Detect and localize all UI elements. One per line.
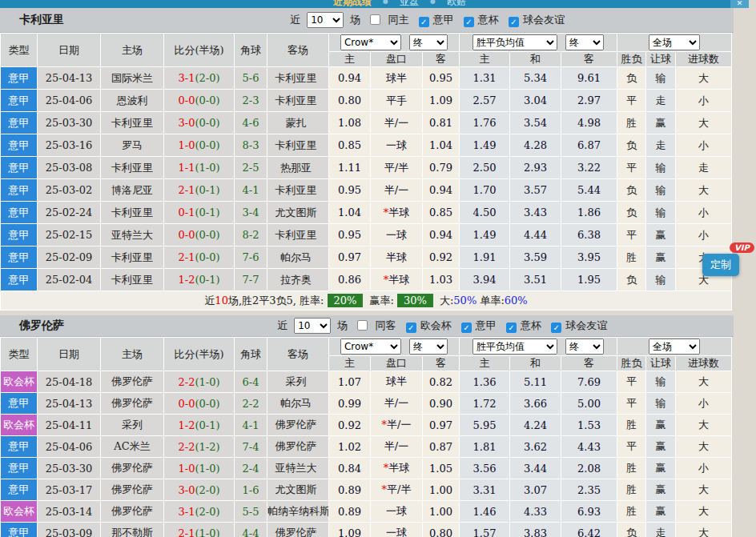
home-team[interactable]: 佛罗伦萨 bbox=[101, 371, 164, 393]
asian-odds-away: 1.04 bbox=[423, 134, 460, 157]
team-section: 卡利亚里 近 10 场 同主 ✓意甲 ✓意杯 ✓球会友谊 类型 bbox=[0, 8, 734, 311]
asian-handicap: *半/一 bbox=[371, 415, 423, 436]
asian-handicap: *半球 bbox=[371, 202, 423, 224]
away-team[interactable]: 卡利亚里 bbox=[267, 179, 329, 202]
recent-games-select[interactable]: 10 bbox=[294, 318, 331, 334]
euro-odds-home: 1.49 bbox=[460, 134, 510, 157]
away-team[interactable]: 拉齐奥 bbox=[267, 269, 329, 291]
home-team[interactable]: 佛罗伦萨 bbox=[101, 501, 164, 523]
league-checkbox[interactable]: ✓ bbox=[506, 323, 517, 333]
league-checkbox[interactable]: ✓ bbox=[419, 17, 429, 27]
matches-table: 类型 日期 主场 比分(半场) 角球 客场 Crow* 终 胜平负均值 终 bbox=[0, 33, 732, 311]
euro-odds-home: 2.57 bbox=[460, 90, 510, 112]
league-type-badge: 意甲 bbox=[1, 269, 38, 291]
euro-odds-away: 4.43 bbox=[561, 436, 617, 458]
euro-odds-draw: 3.43 bbox=[510, 202, 561, 224]
asian-odds-home: 0.86 bbox=[329, 269, 371, 291]
result-goals: 大 bbox=[676, 523, 732, 537]
home-team[interactable]: 卡利亚里 bbox=[101, 157, 164, 179]
final-odds-select[interactable]: 终 bbox=[409, 34, 448, 50]
summary-asia-rate-badge: 30% bbox=[397, 294, 433, 307]
home-team[interactable]: 那不勒斯 bbox=[101, 523, 164, 537]
home-team[interactable]: 罗马 bbox=[101, 134, 164, 157]
euro-odds-away: 1.95 bbox=[561, 269, 617, 291]
home-team[interactable]: 恩波利 bbox=[101, 90, 164, 112]
away-team[interactable]: 帕尔马 bbox=[267, 393, 329, 415]
away-team[interactable]: 卡利亚里 bbox=[267, 90, 329, 112]
recent-games-select[interactable]: 10 bbox=[307, 12, 344, 28]
away-team[interactable]: 卡利亚里 bbox=[267, 67, 329, 90]
avg-odds-select[interactable]: 胜平负均值 bbox=[472, 34, 557, 50]
tab-asian-handicap[interactable]: 亚盘 bbox=[400, 0, 419, 8]
col-header-type: 类型 bbox=[1, 34, 38, 67]
asian-handicap: 一球 bbox=[371, 523, 423, 537]
col-header-score: 比分(半场) bbox=[164, 338, 235, 371]
near-label: 近 bbox=[290, 14, 300, 26]
euro-odds-home: 1.81 bbox=[460, 436, 510, 458]
home-team[interactable]: AC米兰 bbox=[101, 436, 164, 458]
away-team[interactable]: 卡利亚里 bbox=[267, 224, 329, 246]
home-team[interactable]: 采列 bbox=[101, 415, 164, 436]
close-icon[interactable]: ✕ bbox=[730, 0, 749, 8]
league-type-badge: 意甲 bbox=[1, 436, 38, 458]
match-date: 25-02-15 bbox=[38, 224, 101, 246]
home-team[interactable]: 卡利亚里 bbox=[101, 246, 164, 269]
league-filter-item: ✓意甲 bbox=[458, 319, 498, 331]
away-team[interactable]: 佛罗伦萨 bbox=[267, 523, 329, 537]
home-team[interactable]: 佛罗伦萨 bbox=[101, 458, 164, 479]
match-row: 欧会杯 25-03-14 佛罗伦萨 3-1(2-0) 5-5 帕纳辛纳科斯1 0… bbox=[1, 501, 732, 523]
avg-odds-select[interactable]: 胜平负均值 bbox=[472, 339, 557, 355]
home-team[interactable]: 佛罗伦萨 bbox=[101, 393, 164, 415]
home-team[interactable]: 博洛尼亚 bbox=[101, 179, 164, 202]
away-team[interactable]: 帕纳辛纳科斯1 bbox=[267, 501, 329, 523]
home-team[interactable]: 卡利亚里 bbox=[101, 112, 164, 134]
away-team[interactable]: 蒙扎 bbox=[267, 112, 329, 134]
scope-select[interactable]: 全场 bbox=[649, 339, 700, 355]
final-odds-select[interactable]: 终 bbox=[409, 339, 448, 355]
match-date: 25-04-06 bbox=[38, 436, 101, 458]
tab-recent-results[interactable]: 近期战绩 bbox=[333, 0, 372, 8]
league-type-badge: 欧会杯 bbox=[1, 501, 38, 523]
away-team[interactable]: 佛罗伦萨 bbox=[267, 436, 329, 458]
league-checkbox[interactable]: ✓ bbox=[551, 323, 561, 333]
asian-odds-away: 0.94 bbox=[423, 179, 460, 202]
match-date: 25-04-11 bbox=[38, 415, 101, 436]
home-team[interactable]: 国际米兰 bbox=[101, 67, 164, 90]
home-team[interactable]: 卡利亚里 bbox=[101, 202, 164, 224]
bookmaker-select[interactable]: Crow* bbox=[340, 339, 401, 355]
away-team[interactable]: 卡利亚里 bbox=[267, 134, 329, 157]
away-team[interactable]: 帕尔马 bbox=[267, 246, 329, 269]
league-checkbox[interactable]: ✓ bbox=[461, 323, 472, 333]
euro-odds-home: 5.95 bbox=[460, 415, 510, 436]
league-filter-item: ✓意杯 bbox=[460, 14, 501, 26]
away-team[interactable]: 佛罗伦萨 bbox=[267, 415, 329, 436]
same-venue-checkbox[interactable] bbox=[357, 320, 368, 331]
home-team[interactable]: 亚特兰大 bbox=[101, 224, 164, 246]
asian-odds-home: 0.80 bbox=[329, 90, 371, 112]
summary-win-rate-badge: 20% bbox=[328, 294, 364, 307]
match-row: 意甲 25-03-30 佛罗伦萨 1-0(1-0) 2-4 亚特兰大 0.84 … bbox=[1, 458, 732, 479]
euro-odds-draw: 3.51 bbox=[510, 269, 561, 291]
bookmaker-select[interactable]: Crow* bbox=[340, 34, 401, 50]
tab-euro-odds[interactable]: 欧赔 bbox=[447, 0, 466, 8]
customize-button[interactable]: 定制 bbox=[702, 254, 739, 276]
home-team[interactable]: 佛罗伦萨 bbox=[101, 479, 164, 501]
away-team[interactable]: 热那亚 bbox=[267, 157, 329, 179]
away-team[interactable]: 亚特兰大 bbox=[267, 458, 329, 479]
summary-near-label: 近 bbox=[204, 295, 215, 307]
league-checkbox[interactable]: ✓ bbox=[464, 17, 474, 27]
home-team[interactable]: 卡利亚里 bbox=[101, 269, 164, 291]
away-team[interactable]: 采列 bbox=[267, 371, 329, 393]
scope-select[interactable]: 全场 bbox=[649, 34, 700, 50]
match-row: 欧会杯 25-04-18 佛罗伦萨 2-2(1-0) 6-4 采列 1.07 球… bbox=[1, 371, 732, 393]
subcol-winlose: 胜负 bbox=[617, 52, 646, 67]
corners: 3-4 bbox=[235, 202, 267, 224]
away-team[interactable]: 尤文图斯 bbox=[267, 479, 329, 501]
same-venue-checkbox[interactable] bbox=[370, 14, 380, 25]
final-odds-select-2[interactable]: 终 bbox=[565, 339, 604, 355]
league-checkbox[interactable]: ✓ bbox=[406, 323, 416, 333]
subcol-euro-draw: 和 bbox=[510, 356, 561, 371]
final-odds-select-2[interactable]: 终 bbox=[565, 34, 604, 50]
away-team[interactable]: 尤文图斯 bbox=[267, 202, 329, 224]
league-checkbox[interactable]: ✓ bbox=[509, 17, 519, 27]
